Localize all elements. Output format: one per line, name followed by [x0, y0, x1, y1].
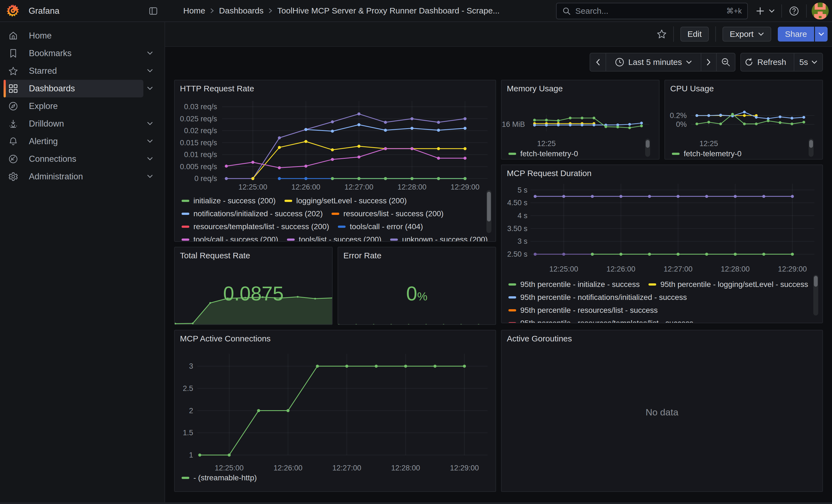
- chevron-down-icon[interactable]: [147, 139, 153, 144]
- sidebar-item-administration[interactable]: Administration: [4, 168, 161, 185]
- add-new-button[interactable]: [753, 0, 778, 22]
- legend-item[interactable]: logging/setLevel - success (200): [285, 196, 407, 205]
- share-dropdown-button[interactable]: [815, 27, 828, 42]
- legend-item[interactable]: 95th percentile - resources/templates/li…: [509, 319, 693, 323]
- star-dashboard-button[interactable]: [657, 29, 667, 39]
- legend-item[interactable]: 95th percentile - initialize - success: [509, 280, 640, 289]
- svg-text:0.2%: 0.2%: [670, 111, 687, 120]
- legend-swatch: [509, 153, 516, 155]
- dock-menu-toggle-icon[interactable]: [149, 7, 157, 15]
- time-shift-back-button[interactable]: [590, 53, 605, 71]
- legend-item[interactable]: initialize - success (200): [182, 196, 276, 205]
- svg-text:16 MiB: 16 MiB: [502, 120, 525, 129]
- sidebar-item-drilldown[interactable]: Drilldown: [4, 115, 161, 133]
- time-range-picker[interactable]: Last 5 minutes: [605, 53, 701, 71]
- sidebar-item-dashboards[interactable]: Dashboards: [4, 80, 161, 97]
- legend: fetch-telemetry-0: [672, 147, 809, 160]
- legend-swatch: [287, 239, 295, 241]
- stat-value: 0.0875: [175, 284, 332, 303]
- apps-icon: [8, 84, 18, 93]
- legend-item[interactable]: tools/call - error (404): [338, 222, 423, 231]
- zoom-out-button[interactable]: [716, 53, 735, 71]
- brand-name[interactable]: Grafana: [29, 6, 59, 16]
- legend-item[interactable]: tools/call - success (200): [182, 235, 278, 242]
- export-button[interactable]: Export: [723, 27, 771, 42]
- legend-scrollbar[interactable]: [487, 190, 491, 233]
- legend-label: resources/list - success (200): [343, 209, 443, 218]
- user-avatar[interactable]: [810, 0, 830, 22]
- legend-item[interactable]: - (streamable-http): [182, 474, 257, 482]
- legend-item[interactable]: 95th percentile - logging/setLevel - suc…: [649, 280, 808, 289]
- svg-text:12:25:00: 12:25:00: [238, 183, 267, 191]
- panel-title[interactable]: CPU Usage: [670, 84, 714, 93]
- chevron-down-icon[interactable]: [147, 157, 153, 162]
- legend: fetch-telemetry-0: [509, 147, 645, 160]
- legend-item[interactable]: unknown - success (200): [390, 235, 488, 242]
- chevron-down-icon[interactable]: [147, 86, 153, 91]
- sidebar-item-home[interactable]: Home: [4, 27, 161, 45]
- legend-item[interactable]: tools/list - success (200): [287, 235, 381, 242]
- sidebar-item-starred[interactable]: Starred: [4, 62, 161, 80]
- legend-scrollbar[interactable]: [645, 139, 650, 157]
- sidebar-item-alerting[interactable]: Alerting: [4, 133, 161, 150]
- legend-item[interactable]: resources/templates/list - success (200): [182, 222, 329, 231]
- legend-swatch: [285, 200, 292, 202]
- chevron-down-icon[interactable]: [147, 51, 153, 56]
- help-button[interactable]: [786, 0, 802, 22]
- svg-text:3: 3: [189, 362, 193, 370]
- legend-label: initialize - success (200): [193, 196, 276, 205]
- grafana-logo-icon[interactable]: [7, 4, 19, 17]
- panel-title[interactable]: Total Request Rate: [180, 251, 250, 260]
- panel-title[interactable]: Memory Usage: [507, 84, 563, 93]
- legend-item[interactable]: 95th percentile - resources/list - succe…: [509, 306, 658, 315]
- stat-value: 0%: [338, 284, 495, 303]
- sidebar-item-connections[interactable]: Connections: [4, 150, 161, 168]
- svg-text:12:28:00: 12:28:00: [721, 265, 750, 273]
- panel-title[interactable]: MCP Active Connections: [180, 334, 271, 343]
- legend-swatch: [649, 283, 656, 286]
- mcp-active-connections-chart[interactable]: 11.522.5312:25:0012:26:0012:27:0012:28:0…: [175, 330, 496, 492]
- chevron-down-icon[interactable]: [147, 175, 153, 179]
- svg-text:12:28:00: 12:28:00: [397, 183, 426, 191]
- panel-title[interactable]: MCP Request Duration: [507, 169, 592, 178]
- panel-title[interactable]: Active Goroutines: [507, 334, 572, 343]
- legend-item[interactable]: notifications/initialized - success (202…: [182, 209, 323, 218]
- breadcrumb-current-dashboard[interactable]: ToolHive MCP Server & Proxy Runner Dashb…: [277, 6, 500, 16]
- legend-scrollbar[interactable]: [809, 139, 813, 157]
- sidebar-navigation: HomeBookmarksStarredDashboardsExploreDri…: [0, 22, 165, 504]
- legend-label: fetch-telemetry-0: [684, 150, 742, 158]
- legend-item[interactable]: resources/list - success (200): [332, 209, 443, 218]
- svg-text:5 s: 5 s: [518, 186, 527, 194]
- svg-text:2: 2: [189, 407, 193, 415]
- sidebar-item-bookmarks[interactable]: Bookmarks: [4, 45, 161, 62]
- search-input[interactable]: Search... ⌘+k: [556, 3, 748, 19]
- legend-scrollbar[interactable]: [813, 275, 818, 316]
- refresh-interval-picker[interactable]: 5s: [794, 53, 822, 71]
- svg-text:12:27:00: 12:27:00: [344, 183, 373, 191]
- chevron-down-icon[interactable]: [147, 122, 153, 127]
- panel-title[interactable]: HTTP Request Rate: [180, 84, 254, 93]
- breadcrumb-dashboards[interactable]: Dashboards: [219, 6, 264, 16]
- share-button[interactable]: Share: [778, 27, 814, 42]
- breadcrumb: Home Dashboards ToolHive MCP Server & Pr…: [183, 0, 500, 22]
- svg-text:3.50 s: 3.50 s: [507, 224, 527, 233]
- legend-item[interactable]: fetch-telemetry-0: [509, 150, 578, 158]
- svg-text:0.02 req/s: 0.02 req/s: [184, 127, 217, 135]
- time-shift-forward-button[interactable]: [701, 53, 716, 71]
- breadcrumb-home[interactable]: Home: [183, 6, 205, 16]
- panel-title[interactable]: Error Rate: [343, 251, 381, 260]
- edit-button[interactable]: Edit: [680, 27, 709, 42]
- panel-total-request-rate: Total Request Rate 0.0875: [174, 247, 333, 325]
- refresh-button[interactable]: Refresh: [741, 53, 794, 71]
- legend-item[interactable]: 95th percentile - notifications/initiali…: [509, 293, 687, 302]
- legend: initialize - success (200)logging/setLev…: [182, 194, 484, 242]
- svg-text:12:26:00: 12:26:00: [291, 183, 320, 191]
- topbar-divider: [806, 4, 807, 18]
- sidebar-item-explore[interactable]: Explore: [4, 97, 161, 115]
- chevron-down-icon[interactable]: [147, 69, 153, 74]
- chevron-left-icon: [595, 59, 600, 66]
- legend-item[interactable]: fetch-telemetry-0: [672, 150, 742, 158]
- search-shortcut: ⌘+k: [726, 7, 742, 16]
- home-icon: [8, 31, 18, 41]
- svg-text:0%: 0%: [676, 120, 687, 129]
